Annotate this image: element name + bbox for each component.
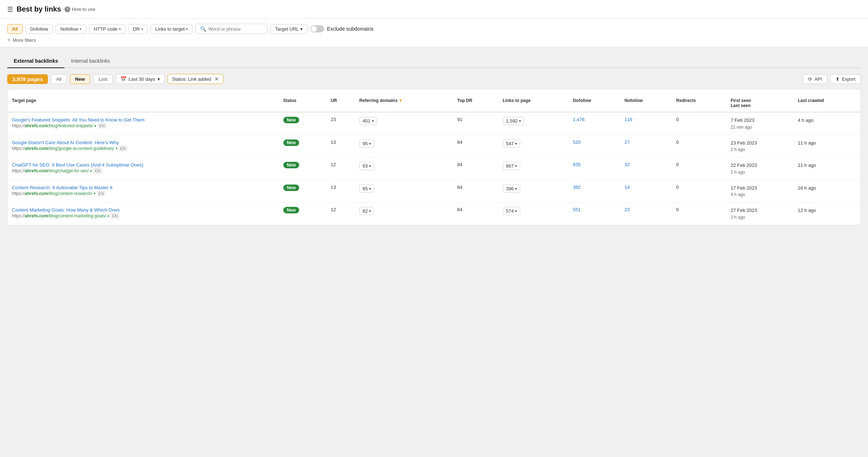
referring-domains-btn[interactable]: 82 ▾ <box>359 207 374 215</box>
cell-nofollow: 27 <box>620 135 672 157</box>
more-filters-btn[interactable]: + More filters <box>7 37 861 43</box>
content-area: External backlinks Internal backlinks 3,… <box>0 47 868 232</box>
all-filter-btn[interactable]: All <box>7 24 23 34</box>
links-target-caret-icon: ▾ <box>186 27 188 31</box>
date-range-btn[interactable]: 📅 Last 30 days ▾ <box>116 74 165 84</box>
last-seen-date: 4 h ago <box>731 191 789 198</box>
cell-status: New <box>279 135 327 157</box>
cell-target-page: Google's Featured Snippets: All You Need… <box>8 112 279 135</box>
cell-last-crawled: 16 h ago <box>793 180 860 203</box>
date-range-caret-icon: ▾ <box>158 76 160 82</box>
nofollow-link[interactable]: 27 <box>625 139 630 145</box>
url-text[interactable]: https://ahrefs.com/blog/google-ai-conten… <box>12 146 114 151</box>
url-dropdown-icon[interactable]: ▾ <box>107 214 109 218</box>
cell-status: New <box>279 203 327 225</box>
export-btn[interactable]: ⬆ Export <box>830 74 861 84</box>
url-text[interactable]: https://ahrefs.com/blog/featured-snippet… <box>12 123 93 128</box>
url-dropdown-icon[interactable]: ▾ <box>94 124 96 128</box>
url-text[interactable]: https://ahrefs.com/blog/content-research… <box>12 191 92 196</box>
page-url: https://ahrefs.com/blog/content-research… <box>12 191 275 196</box>
target-page-link[interactable]: Content Research: 9 Actionable Tips to M… <box>12 185 275 191</box>
cell-last-crawled: 11 h ago <box>793 135 860 157</box>
url-dropdown-icon[interactable]: ▾ <box>94 191 96 195</box>
cell-target-page: Content Research: 9 Actionable Tips to M… <box>8 180 279 203</box>
target-page-link[interactable]: Google Doesn't Care About AI Content. He… <box>12 139 275 146</box>
url-dropdown-icon[interactable]: ▾ <box>90 169 92 173</box>
links-to-page-btn[interactable]: 547 ▾ <box>503 139 521 148</box>
cell-top-dr: 84 <box>453 157 498 180</box>
target-page-link[interactable]: Content Marketing Goals: How Many & Whic… <box>12 207 275 213</box>
url-text[interactable]: https://ahrefs.com/blog/chatgpt-for-seo/ <box>12 168 89 173</box>
url-dropdown-icon[interactable]: ▾ <box>116 146 118 150</box>
exclude-subdomains-toggle[interactable] <box>310 25 324 32</box>
col-last-crawled: Last crawled <box>793 89 860 112</box>
links-page-caret-icon: ▾ <box>515 187 517 191</box>
links-to-target-filter-btn[interactable]: Links to target ▾ <box>151 24 193 34</box>
first-seen-date: 22 Feb 2023 <box>731 162 789 169</box>
tab-internal-backlinks[interactable]: Internal backlinks <box>65 54 116 68</box>
target-page-link[interactable]: Google's Featured Snippets: All You Need… <box>12 117 275 123</box>
links-to-page-btn[interactable]: 867 ▾ <box>503 162 521 170</box>
referring-domains-btn[interactable]: 401 ▾ <box>359 117 377 125</box>
target-page-link[interactable]: ChatGPT for SEO: 9 Best Use Cases (And 4… <box>12 162 275 168</box>
page-url: https://ahrefs.com/blog/featured-snippet… <box>12 123 275 128</box>
http-code-filter-btn[interactable]: HTTP code ▾ <box>89 24 125 34</box>
cell-ur: 23 <box>326 112 355 135</box>
dr-filter-btn[interactable]: DR ▾ <box>128 24 148 34</box>
col-redirects: Redirects <box>672 89 726 112</box>
page-title: Best by links <box>17 5 61 13</box>
nofollow-caret-icon: ▾ <box>80 27 81 31</box>
nofollow-link[interactable]: 116 <box>625 117 633 122</box>
cell-target-page: Google Doesn't Care About AI Content. He… <box>8 135 279 157</box>
search-icon: 🔍 <box>200 26 206 32</box>
ref-domains-caret-icon: ▾ <box>372 119 374 123</box>
how-to-use-label: How to use <box>72 6 95 12</box>
nofollow-filter-btn[interactable]: Nofollow ▾ <box>56 24 86 34</box>
sort-arrow-icon: ▾ <box>399 98 402 103</box>
status-badge: New <box>283 117 300 123</box>
api-btn[interactable]: ⟳ API <box>803 74 827 84</box>
dofollow-link[interactable]: 1,476 <box>573 117 585 122</box>
referring-domains-btn[interactable]: 85 ▾ <box>359 185 374 193</box>
col-referring-domains[interactable]: Referring domains ▾ <box>355 89 453 112</box>
links-page-caret-icon: ▾ <box>515 164 517 168</box>
cell-links-to-page: 547 ▾ <box>499 135 569 157</box>
page-url: https://ahrefs.com/blog/content-marketin… <box>12 213 275 218</box>
status-filter-close-btn[interactable]: ✕ <box>214 76 219 82</box>
dofollow-link[interactable]: 551 <box>573 207 581 212</box>
dofollow-link[interactable]: 382 <box>573 185 581 190</box>
cell-status: New <box>279 180 327 203</box>
first-seen-date: 7 Feb 2023 <box>731 117 789 124</box>
links-page-caret-icon: ▾ <box>515 142 517 146</box>
new-seg-btn[interactable]: New <box>70 74 90 84</box>
nofollow-link[interactable]: 32 <box>625 162 630 167</box>
nofollow-link[interactable]: 23 <box>625 207 630 212</box>
menu-icon[interactable]: ☰ <box>7 5 13 13</box>
first-seen-date: 23 Feb 2023 <box>731 139 789 147</box>
url-text[interactable]: https://ahrefs.com/blog/content-marketin… <box>12 213 106 218</box>
referring-domains-btn[interactable]: 93 ▾ <box>359 162 374 170</box>
how-to-use-link[interactable]: ? How to use <box>65 6 95 12</box>
dofollow-link[interactable]: 835 <box>573 162 581 167</box>
tab-external-backlinks[interactable]: External backlinks <box>7 54 65 68</box>
col-top-dr: Top DR <box>453 89 498 112</box>
cell-links-to-page: 396 ▾ <box>499 180 569 203</box>
links-to-page-btn[interactable]: 1,592 ▾ <box>503 117 524 125</box>
cell-first-last-seen: 22 Feb 2023 2 h ago <box>726 157 793 180</box>
links-to-page-btn[interactable]: 574 ▾ <box>503 207 521 215</box>
referring-domains-btn[interactable]: 95 ▾ <box>359 139 374 148</box>
dofollow-filter-btn[interactable]: Dofollow <box>26 24 53 34</box>
cell-dofollow: 520 <box>568 135 620 157</box>
lost-seg-btn[interactable]: Lost <box>93 74 113 84</box>
nofollow-link[interactable]: 14 <box>625 185 630 190</box>
backlinks-table: Target page Status UR Referring domains … <box>7 89 861 225</box>
cell-status: New <box>279 112 327 135</box>
links-to-page-btn[interactable]: 396 ▾ <box>503 185 521 193</box>
ref-domains-caret-icon: ▾ <box>369 164 371 168</box>
all-seg-btn[interactable]: All <box>51 74 67 84</box>
search-input[interactable] <box>208 26 259 32</box>
exclude-subdomains-toggle-wrap: Exclude subdomains <box>310 25 373 32</box>
target-url-btn[interactable]: Target URL ▾ <box>270 24 307 34</box>
dofollow-link[interactable]: 520 <box>573 139 581 145</box>
cell-redirects: 0 <box>672 157 726 180</box>
